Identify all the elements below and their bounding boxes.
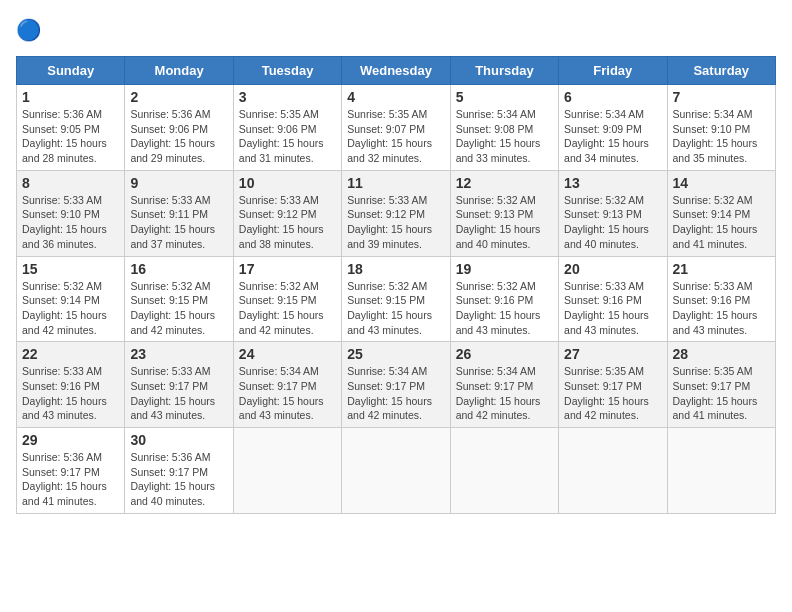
day-number: 25 (347, 346, 444, 362)
calendar-day-27: 27 Sunrise: 5:35 AM Sunset: 9:17 PM Dayl… (559, 342, 667, 428)
calendar-day-18: 18 Sunrise: 5:32 AM Sunset: 9:15 PM Dayl… (342, 256, 450, 342)
calendar-day-6: 6 Sunrise: 5:34 AM Sunset: 9:09 PM Dayli… (559, 85, 667, 171)
day-number: 26 (456, 346, 553, 362)
day-number: 13 (564, 175, 661, 191)
logo: 🔵 (16, 16, 48, 44)
day-detail: Sunrise: 5:32 AM Sunset: 9:15 PM Dayligh… (239, 279, 336, 338)
calendar-day-29: 29 Sunrise: 5:36 AM Sunset: 9:17 PM Dayl… (17, 428, 125, 514)
day-number: 12 (456, 175, 553, 191)
day-number: 17 (239, 261, 336, 277)
day-detail: Sunrise: 5:33 AM Sunset: 9:12 PM Dayligh… (239, 193, 336, 252)
day-detail: Sunrise: 5:33 AM Sunset: 9:12 PM Dayligh… (347, 193, 444, 252)
calendar-day-1: 1 Sunrise: 5:36 AM Sunset: 9:05 PM Dayli… (17, 85, 125, 171)
day-detail: Sunrise: 5:33 AM Sunset: 9:16 PM Dayligh… (564, 279, 661, 338)
day-number: 8 (22, 175, 119, 191)
day-detail: Sunrise: 5:34 AM Sunset: 9:17 PM Dayligh… (239, 364, 336, 423)
day-number: 27 (564, 346, 661, 362)
day-detail: Sunrise: 5:35 AM Sunset: 9:17 PM Dayligh… (673, 364, 770, 423)
day-number: 28 (673, 346, 770, 362)
calendar-day-19: 19 Sunrise: 5:32 AM Sunset: 9:16 PM Dayl… (450, 256, 558, 342)
day-detail: Sunrise: 5:34 AM Sunset: 9:08 PM Dayligh… (456, 107, 553, 166)
day-detail: Sunrise: 5:35 AM Sunset: 9:06 PM Dayligh… (239, 107, 336, 166)
calendar-day-21: 21 Sunrise: 5:33 AM Sunset: 9:16 PM Dayl… (667, 256, 775, 342)
calendar-day-8: 8 Sunrise: 5:33 AM Sunset: 9:10 PM Dayli… (17, 170, 125, 256)
calendar-day-12: 12 Sunrise: 5:32 AM Sunset: 9:13 PM Dayl… (450, 170, 558, 256)
day-detail: Sunrise: 5:36 AM Sunset: 9:17 PM Dayligh… (130, 450, 227, 509)
calendar-day-30: 30 Sunrise: 5:36 AM Sunset: 9:17 PM Dayl… (125, 428, 233, 514)
calendar-day-28: 28 Sunrise: 5:35 AM Sunset: 9:17 PM Dayl… (667, 342, 775, 428)
day-number: 11 (347, 175, 444, 191)
calendar-day-3: 3 Sunrise: 5:35 AM Sunset: 9:06 PM Dayli… (233, 85, 341, 171)
day-number: 21 (673, 261, 770, 277)
day-number: 2 (130, 89, 227, 105)
weekday-header-sunday: Sunday (17, 57, 125, 85)
calendar-day-23: 23 Sunrise: 5:33 AM Sunset: 9:17 PM Dayl… (125, 342, 233, 428)
calendar-day-25: 25 Sunrise: 5:34 AM Sunset: 9:17 PM Dayl… (342, 342, 450, 428)
empty-cell (233, 428, 341, 514)
day-number: 19 (456, 261, 553, 277)
svg-text:🔵: 🔵 (16, 17, 42, 43)
day-detail: Sunrise: 5:35 AM Sunset: 9:17 PM Dayligh… (564, 364, 661, 423)
day-detail: Sunrise: 5:36 AM Sunset: 9:05 PM Dayligh… (22, 107, 119, 166)
day-detail: Sunrise: 5:33 AM Sunset: 9:11 PM Dayligh… (130, 193, 227, 252)
day-number: 5 (456, 89, 553, 105)
logo-icon: 🔵 (16, 16, 44, 44)
day-number: 23 (130, 346, 227, 362)
calendar-day-7: 7 Sunrise: 5:34 AM Sunset: 9:10 PM Dayli… (667, 85, 775, 171)
day-number: 6 (564, 89, 661, 105)
day-number: 24 (239, 346, 336, 362)
day-number: 14 (673, 175, 770, 191)
calendar-day-22: 22 Sunrise: 5:33 AM Sunset: 9:16 PM Dayl… (17, 342, 125, 428)
day-detail: Sunrise: 5:34 AM Sunset: 9:17 PM Dayligh… (347, 364, 444, 423)
calendar-day-15: 15 Sunrise: 5:32 AM Sunset: 9:14 PM Dayl… (17, 256, 125, 342)
day-detail: Sunrise: 5:32 AM Sunset: 9:13 PM Dayligh… (456, 193, 553, 252)
day-number: 3 (239, 89, 336, 105)
day-number: 22 (22, 346, 119, 362)
calendar-table: SundayMondayTuesdayWednesdayThursdayFrid… (16, 56, 776, 514)
day-detail: Sunrise: 5:34 AM Sunset: 9:09 PM Dayligh… (564, 107, 661, 166)
calendar-day-17: 17 Sunrise: 5:32 AM Sunset: 9:15 PM Dayl… (233, 256, 341, 342)
day-detail: Sunrise: 5:33 AM Sunset: 9:17 PM Dayligh… (130, 364, 227, 423)
calendar-day-13: 13 Sunrise: 5:32 AM Sunset: 9:13 PM Dayl… (559, 170, 667, 256)
weekday-header-friday: Friday (559, 57, 667, 85)
calendar-day-14: 14 Sunrise: 5:32 AM Sunset: 9:14 PM Dayl… (667, 170, 775, 256)
calendar-day-11: 11 Sunrise: 5:33 AM Sunset: 9:12 PM Dayl… (342, 170, 450, 256)
day-number: 30 (130, 432, 227, 448)
day-number: 9 (130, 175, 227, 191)
day-number: 10 (239, 175, 336, 191)
day-detail: Sunrise: 5:33 AM Sunset: 9:16 PM Dayligh… (22, 364, 119, 423)
day-number: 7 (673, 89, 770, 105)
day-number: 29 (22, 432, 119, 448)
day-number: 18 (347, 261, 444, 277)
day-detail: Sunrise: 5:35 AM Sunset: 9:07 PM Dayligh… (347, 107, 444, 166)
day-number: 15 (22, 261, 119, 277)
day-detail: Sunrise: 5:36 AM Sunset: 9:17 PM Dayligh… (22, 450, 119, 509)
calendar-day-5: 5 Sunrise: 5:34 AM Sunset: 9:08 PM Dayli… (450, 85, 558, 171)
calendar-day-24: 24 Sunrise: 5:34 AM Sunset: 9:17 PM Dayl… (233, 342, 341, 428)
day-detail: Sunrise: 5:32 AM Sunset: 9:14 PM Dayligh… (22, 279, 119, 338)
calendar-day-4: 4 Sunrise: 5:35 AM Sunset: 9:07 PM Dayli… (342, 85, 450, 171)
empty-cell (450, 428, 558, 514)
calendar-day-9: 9 Sunrise: 5:33 AM Sunset: 9:11 PM Dayli… (125, 170, 233, 256)
day-number: 20 (564, 261, 661, 277)
calendar-day-20: 20 Sunrise: 5:33 AM Sunset: 9:16 PM Dayl… (559, 256, 667, 342)
page-header: 🔵 (16, 16, 776, 44)
calendar-day-16: 16 Sunrise: 5:32 AM Sunset: 9:15 PM Dayl… (125, 256, 233, 342)
calendar-day-10: 10 Sunrise: 5:33 AM Sunset: 9:12 PM Dayl… (233, 170, 341, 256)
day-detail: Sunrise: 5:36 AM Sunset: 9:06 PM Dayligh… (130, 107, 227, 166)
day-number: 16 (130, 261, 227, 277)
day-detail: Sunrise: 5:32 AM Sunset: 9:16 PM Dayligh… (456, 279, 553, 338)
day-detail: Sunrise: 5:32 AM Sunset: 9:15 PM Dayligh… (347, 279, 444, 338)
weekday-header-saturday: Saturday (667, 57, 775, 85)
calendar-day-26: 26 Sunrise: 5:34 AM Sunset: 9:17 PM Dayl… (450, 342, 558, 428)
calendar-day-2: 2 Sunrise: 5:36 AM Sunset: 9:06 PM Dayli… (125, 85, 233, 171)
day-number: 4 (347, 89, 444, 105)
empty-cell (667, 428, 775, 514)
weekday-header-thursday: Thursday (450, 57, 558, 85)
empty-cell (559, 428, 667, 514)
day-detail: Sunrise: 5:32 AM Sunset: 9:14 PM Dayligh… (673, 193, 770, 252)
weekday-header-monday: Monday (125, 57, 233, 85)
day-detail: Sunrise: 5:34 AM Sunset: 9:10 PM Dayligh… (673, 107, 770, 166)
day-detail: Sunrise: 5:34 AM Sunset: 9:17 PM Dayligh… (456, 364, 553, 423)
day-detail: Sunrise: 5:32 AM Sunset: 9:15 PM Dayligh… (130, 279, 227, 338)
